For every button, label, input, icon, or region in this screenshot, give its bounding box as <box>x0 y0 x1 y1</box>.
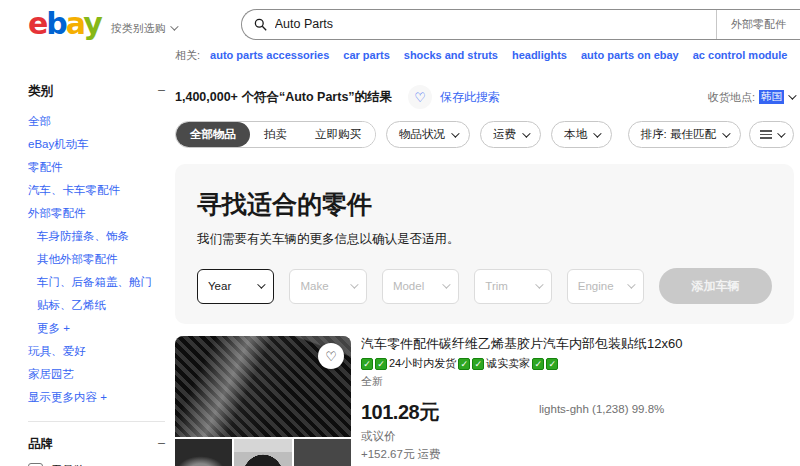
related-searches: 相关:auto parts accessoriescar partsshocks… <box>0 46 800 69</box>
search-category-dropdown[interactable]: 外部零配件 <box>716 10 800 39</box>
collapse-category-button[interactable]: – <box>158 83 165 100</box>
sidebar-subitem-other-exterior[interactable]: 其他外部零配件 <box>28 248 165 271</box>
logo-letter: e <box>28 6 46 41</box>
sidebar-item-exterior-parts[interactable]: 外部零配件 <box>28 202 165 225</box>
results-count: 1,400,000+ 个符合“Auto Parts”的结果 <box>175 89 392 106</box>
filter-shipping[interactable]: 运费 <box>480 121 541 148</box>
filter-label: 物品状况 <box>399 127 445 142</box>
listing-image[interactable]: ♡ <box>175 336 351 466</box>
green-check-icon <box>458 358 470 370</box>
results-main: 1,400,000+ 个符合“Auto Parts”的结果 ♡ 保存此搜索 收货… <box>175 69 800 466</box>
related-link[interactable]: shocks and struts <box>404 49 498 61</box>
filter-label: 运费 <box>493 127 516 142</box>
sidebar-item-parts[interactable]: 零配件 <box>28 156 165 179</box>
related-label: 相关: <box>175 49 200 61</box>
logo-letter: b <box>46 6 65 41</box>
logo-letter: y <box>83 6 101 41</box>
sidebar-subitem-doors[interactable]: 车门、后备箱盖、舱门 <box>28 271 165 294</box>
search-input[interactable] <box>275 17 716 31</box>
sidebar-divider <box>28 421 165 422</box>
dropdown-label: Make <box>300 280 328 292</box>
year-dropdown[interactable]: Year <box>197 269 274 304</box>
sidebar-item-all[interactable]: 全部 <box>28 110 165 133</box>
chevron-down-icon <box>442 280 450 288</box>
collapse-brand-button[interactable]: – <box>158 436 165 453</box>
chevron-down-icon <box>522 129 530 137</box>
green-check-icon <box>546 358 558 370</box>
sort-label: 排序: 最佳匹配 <box>641 127 716 142</box>
favorite-heart-icon[interactable]: ♡ <box>318 343 344 369</box>
brand-section-title: 品牌 <box>28 436 53 453</box>
save-search-link[interactable]: 保存此搜索 <box>440 89 500 106</box>
green-check-icon <box>472 358 484 370</box>
chevron-down-icon <box>535 280 543 288</box>
best-offer-label: 或议价 <box>361 429 539 444</box>
badge-fast-shipping: 24小时内发货 <box>389 356 456 371</box>
chevron-down-icon <box>593 129 601 137</box>
list-view-icon <box>760 130 772 139</box>
related-link[interactable]: headlights <box>512 49 567 61</box>
shop-by-category-dropdown[interactable]: 按类别选购 <box>111 21 176 36</box>
segment-all-items[interactable]: 全部物品 <box>176 122 250 147</box>
category-section-title: 类别 <box>28 83 53 100</box>
search-bar[interactable]: 外部零配件 <box>241 9 800 40</box>
filter-label: 本地 <box>564 127 587 142</box>
search-icon <box>254 18 267 31</box>
view-options-button[interactable] <box>749 121 794 148</box>
sidebar-show-more[interactable]: 显示更多内容 + <box>28 386 165 409</box>
shipping-fee: +152.67元 运费 <box>361 447 539 462</box>
chevron-down-icon <box>350 280 358 288</box>
sidebar-subitem-decals[interactable]: 贴标、乙烯纸 <box>28 294 165 317</box>
segment-buy-it-now[interactable]: 立即购买 <box>301 122 375 147</box>
chevron-down-icon <box>258 280 266 288</box>
related-link[interactable]: ac control module <box>693 49 788 61</box>
related-link[interactable]: auto parts accessories <box>210 49 329 61</box>
heart-icon[interactable]: ♡ <box>408 85 432 109</box>
listing-thumbnails <box>175 439 351 466</box>
thumbnail-console[interactable] <box>294 439 351 466</box>
logo-letter: a <box>66 6 83 41</box>
sidebar-item-toys-hobbies[interactable]: 玩具、爱好 <box>28 340 165 363</box>
ebay-logo[interactable]: ebay <box>28 9 101 39</box>
listing-type-segments: 全部物品 拍卖 立即购买 <box>175 121 376 148</box>
listing-title[interactable]: 汽车零件配件碳纤维乙烯基胶片汽车内部包装贴纸12x60 <box>361 336 794 352</box>
filter-local[interactable]: 本地 <box>551 121 612 148</box>
ship-to-dropdown[interactable]: 收货地点: 韩国 <box>708 90 794 105</box>
engine-dropdown[interactable]: Engine <box>567 269 644 304</box>
sidebar-subitem-moldings[interactable]: 车身防撞条、饰条 <box>28 225 165 248</box>
ship-to-label: 收货地点: <box>708 90 755 105</box>
ship-to-value: 韩国 <box>759 90 784 104</box>
top-bar: ebay 按类别选购 外部零配件 <box>0 0 800 46</box>
listing-badges: 24小时内发货 诚实卖家 <box>361 356 794 371</box>
related-link[interactable]: car parts <box>343 49 389 61</box>
dropdown-label: Engine <box>578 280 614 292</box>
sort-dropdown[interactable]: 排序: 最佳匹配 <box>628 121 741 148</box>
sidebar-item-home-garden[interactable]: 家居园艺 <box>28 363 165 386</box>
green-check-icon <box>532 358 544 370</box>
add-vehicle-button[interactable]: 添加车辆 <box>659 268 772 304</box>
chevron-down-icon <box>451 129 459 137</box>
banner-subtitle: 我们需要有关车辆的更多信息以确认是否适用。 <box>197 231 772 248</box>
listing-condition: 全新 <box>361 374 794 389</box>
chevron-down-icon <box>627 280 635 288</box>
sidebar-item-car-truck-parts[interactable]: 汽车、卡车零配件 <box>28 179 165 202</box>
related-link[interactable]: auto parts on ebay <box>581 49 679 61</box>
trim-dropdown[interactable]: Trim <box>474 269 551 304</box>
green-check-icon <box>375 358 387 370</box>
filter-condition[interactable]: 物品状况 <box>386 121 470 148</box>
seller-info[interactable]: lights-ghh (1,238) 99.8% <box>539 403 664 415</box>
dropdown-label: Trim <box>485 280 508 292</box>
chevron-down-icon <box>170 22 178 30</box>
sidebar-subitem-more[interactable]: 更多 + <box>28 317 165 340</box>
thumbnail-door-handle[interactable] <box>175 439 232 466</box>
dropdown-label: Model <box>393 280 424 292</box>
segment-auction[interactable]: 拍卖 <box>250 122 301 147</box>
sidebar-item-ebay-motors[interactable]: eBay机动车 <box>28 133 165 156</box>
chevron-down-icon <box>722 129 730 137</box>
model-dropdown[interactable]: Model <box>382 269 459 304</box>
shop-by-category-label: 按类别选购 <box>111 21 166 36</box>
listing-item: ♡ 汽车零件配件碳纤维乙烯基胶片汽车内部包装贴纸12x60 24小时内发货 诚实… <box>175 336 794 466</box>
make-dropdown[interactable]: Make <box>289 269 366 304</box>
thumbnail-vent[interactable] <box>234 439 291 466</box>
banner-title: 寻找适合的零件 <box>197 188 772 221</box>
